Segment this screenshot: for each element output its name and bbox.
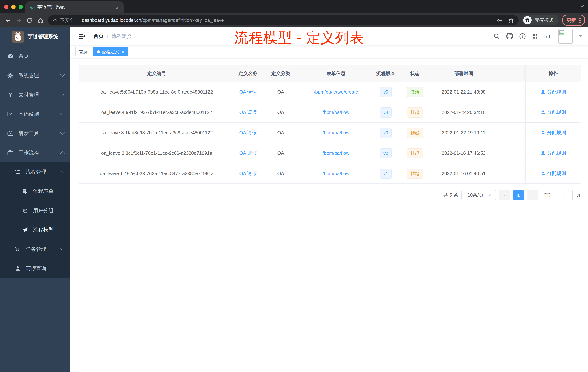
col-header-definition-name: 定义名称: [235, 70, 261, 77]
github-icon[interactable]: [506, 33, 513, 40]
sidebar-item-user-group[interactable]: 用户分组: [0, 201, 70, 220]
sidebar-item-devtools[interactable]: 研发工具: [0, 124, 70, 143]
current-page-button[interactable]: 1: [514, 190, 524, 200]
form-link[interactable]: /bpm/oa/flow: [323, 130, 349, 135]
caret-down-icon[interactable]: [579, 35, 583, 37]
breadcrumb-home[interactable]: 首页: [94, 33, 104, 40]
assign-rule-button[interactable]: 分配规则: [541, 89, 566, 95]
user-avatar[interactable]: [558, 29, 573, 44]
form-link[interactable]: /bpm/oa/leave/create: [314, 89, 358, 95]
sidebar-item-label: 用户分组: [33, 207, 53, 214]
browser-update-button[interactable]: 更新: [562, 15, 585, 26]
assign-rule-button[interactable]: 分配规则: [541, 129, 566, 136]
search-icon[interactable]: [494, 33, 500, 40]
tag-close-icon[interactable]: ×: [122, 50, 124, 54]
paper-plane-icon: [22, 227, 28, 233]
bookmark-star-icon[interactable]: [508, 17, 514, 23]
active-dot: [97, 50, 100, 53]
version-badge: v5: [380, 87, 392, 97]
sidebar-item-label: 基础设施: [19, 111, 39, 117]
page-size-value: 10条/页: [467, 192, 483, 198]
deploy-time: 2022-01-16 01:40:51: [430, 171, 497, 176]
maximize-window-button[interactable]: [19, 5, 23, 9]
prev-page-button[interactable]: ‹: [499, 190, 510, 200]
browser-tab[interactable]: 芋道管理系统 ×: [25, 1, 124, 13]
dashboard-icon: [7, 53, 13, 59]
table-row: oa_leave:4:991f2193-7b7f-11ec-a3c8-acde4…: [79, 102, 581, 123]
url-host: dashboard.yudao.iocoder.cn: [82, 17, 141, 23]
logo-rabbit-avatar: [12, 31, 24, 43]
back-button[interactable]: [3, 15, 12, 25]
page-size-select[interactable]: 10条/页: [462, 190, 496, 200]
assign-rule-button[interactable]: 分配规则: [541, 170, 566, 177]
version-badge: v4: [380, 107, 392, 117]
sidebar-logo[interactable]: 芋道管理系统: [0, 27, 70, 47]
sidebar-item-payment[interactable]: ¥ 支付管理: [0, 85, 70, 104]
total-count: 共 5 条: [443, 192, 458, 198]
reload-button[interactable]: [25, 15, 34, 25]
user-icon: [541, 171, 545, 176]
broken-image-icon: [559, 30, 566, 35]
font-size-icon[interactable]: T T: [545, 33, 552, 40]
sidebar-item-infra[interactable]: 基础设施: [0, 104, 70, 124]
sidebar-item-process-management[interactable]: 流程管理: [0, 162, 70, 182]
browser-tab-strip: 芋道管理系统 × +: [0, 0, 588, 13]
col-header-category: 定义分类: [261, 70, 300, 77]
sidebar-item-leave-query[interactable]: 请假查询: [0, 259, 70, 278]
favicon-plant-icon: [29, 5, 34, 10]
sidebar-item-label: 流程模型: [33, 227, 53, 233]
sidebar-item-workflow[interactable]: 工作流程: [0, 143, 70, 162]
assign-rule-button[interactable]: 分配规则: [541, 109, 566, 116]
person-icon: [15, 265, 21, 272]
minimize-window-button[interactable]: [11, 5, 16, 9]
definition-table: 定义编号 定义名称 定义分类 表单信息 流程版本 状态 部署时间 操作 oa_l…: [79, 65, 581, 184]
sidebar-item-process-model[interactable]: 流程模型: [0, 220, 70, 240]
tag-label: 首页: [79, 49, 88, 55]
definition-name-link[interactable]: OA 请假: [239, 130, 257, 135]
tag-home[interactable]: 首页: [75, 47, 91, 56]
col-header-form-info: 表单信息: [300, 70, 372, 77]
hamburger-icon[interactable]: [75, 33, 88, 40]
url-path: /bpm/manager/definition?key=oa_leave: [141, 17, 224, 23]
user-icon: [541, 151, 545, 155]
sidebar-item-system[interactable]: 系统管理: [0, 66, 70, 85]
next-page-button[interactable]: ›: [527, 190, 538, 200]
tab-close-icon[interactable]: ×: [114, 5, 120, 10]
home-button[interactable]: [36, 15, 45, 25]
tree-list-icon: [15, 169, 21, 175]
sidebar-item-label: 首页: [19, 53, 29, 59]
sidebar-item-label: 支付管理: [19, 92, 39, 98]
definition-category: OA: [261, 150, 300, 156]
definition-name-link[interactable]: OA 请假: [239, 150, 257, 156]
url-divider: [78, 17, 78, 23]
assign-rule-button[interactable]: 分配规则: [541, 150, 566, 156]
sidebar-item-process-form[interactable]: 流程表单: [0, 182, 70, 201]
tag-process-definition[interactable]: 流程定义 ×: [94, 47, 128, 56]
forward-button[interactable]: [14, 15, 23, 25]
user-icon: [541, 130, 545, 135]
sidebar-item-home[interactable]: 首页: [0, 47, 70, 66]
form-link[interactable]: /bpm/oa/flow: [323, 150, 349, 156]
version-badge: v2: [380, 148, 392, 158]
sidebar-item-task-management[interactable]: 任务管理: [0, 240, 70, 259]
deploy-time: 2022-01-22 20:34:10: [430, 109, 497, 115]
address-bar[interactable]: 不安全 dashboard.yudao.iocoder.cn/bpm/manag…: [48, 15, 519, 25]
definition-name-link[interactable]: OA 请假: [239, 109, 257, 115]
sidebar-item-label: 请假查询: [26, 265, 46, 272]
help-icon[interactable]: ?: [519, 33, 526, 40]
form-link[interactable]: /bpm/oa/flow: [323, 109, 349, 115]
definition-name-link[interactable]: OA 请假: [239, 89, 257, 94]
chevron-down-icon: [60, 111, 64, 115]
definition-name-link[interactable]: OA 请假: [239, 171, 257, 176]
sidebar: 芋道管理系统 首页: [0, 27, 70, 372]
browser-menu-icon[interactable]: [579, 17, 581, 23]
form-link[interactable]: /bpm/oa/flow: [323, 171, 349, 176]
col-header-status: 状态: [400, 70, 430, 77]
tab-search-chevron-icon[interactable]: [580, 4, 584, 8]
new-tab-button[interactable]: +: [121, 3, 125, 11]
close-window-button[interactable]: [4, 5, 8, 9]
fullscreen-icon[interactable]: [532, 33, 538, 40]
password-key-icon[interactable]: [497, 17, 503, 23]
goto-page-input[interactable]: [557, 190, 573, 200]
status-badge: 挂起: [407, 107, 423, 117]
